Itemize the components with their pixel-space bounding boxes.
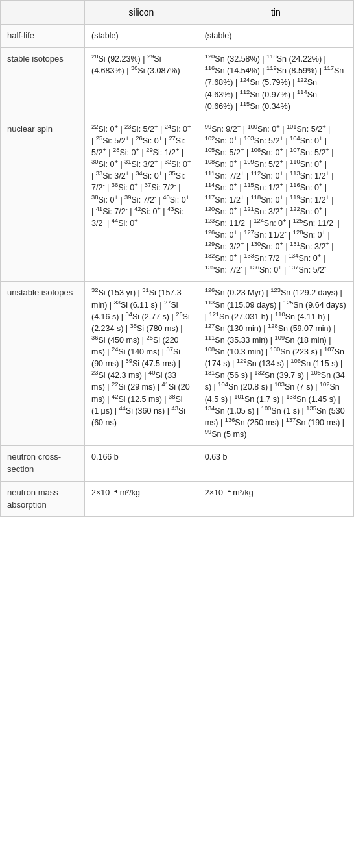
silicon-cell: 28Si (92.23%) | 29Si (4.683%) | 30Si (3.…: [85, 48, 198, 118]
tin-cell: (stable): [198, 25, 353, 48]
row-label: stable isotopes: [1, 48, 85, 118]
table-row: nuclear spin22Si: 0+ | 23Si: 5/2+ | 24Si…: [1, 118, 354, 282]
tin-cell: 99Sn: 9/2+ | 100Sn: 0+ | 101Sn: 5/2+ | 1…: [198, 118, 353, 282]
table-row: unstable isotopes32Si (153 yr) | 31Si (1…: [1, 282, 354, 446]
table-row: neutron cross-section0.166 b0.63 b: [1, 446, 354, 482]
table-row: neutron mass absorption2×10⁻⁴ m²/kg2×10⁻…: [1, 481, 354, 517]
tin-cell: 126Sn (0.23 Myr) | 123Sn (129.2 days) | …: [198, 282, 353, 446]
corner-header: [1, 1, 85, 25]
table-row: half-life(stable)(stable): [1, 25, 354, 48]
silicon-cell: (stable): [85, 25, 198, 48]
row-label: nuclear spin: [1, 118, 85, 282]
table-row: stable isotopes28Si (92.23%) | 29Si (4.6…: [1, 48, 354, 118]
silicon-cell: 22Si: 0+ | 23Si: 5/2+ | 24Si: 0+ | 25Si:…: [85, 118, 198, 282]
row-label: neutron cross-section: [1, 446, 85, 482]
tin-cell: 0.63 b: [198, 446, 353, 482]
silicon-cell: 0.166 b: [85, 446, 198, 482]
tin-cell: 120Sn (32.58%) | 118Sn (24.22%) | 116Sn …: [198, 48, 353, 118]
row-label: unstable isotopes: [1, 282, 85, 446]
tin-header: tin: [198, 1, 353, 25]
silicon-header: silicon: [85, 1, 198, 25]
tin-cell: 2×10⁻⁴ m²/kg: [198, 481, 353, 517]
silicon-cell: 32Si (153 yr) | 31Si (157.3 min) | 33Si …: [85, 282, 198, 446]
silicon-cell: 2×10⁻⁴ m²/kg: [85, 481, 198, 517]
row-label: half-life: [1, 25, 85, 48]
row-label: neutron mass absorption: [1, 481, 85, 517]
